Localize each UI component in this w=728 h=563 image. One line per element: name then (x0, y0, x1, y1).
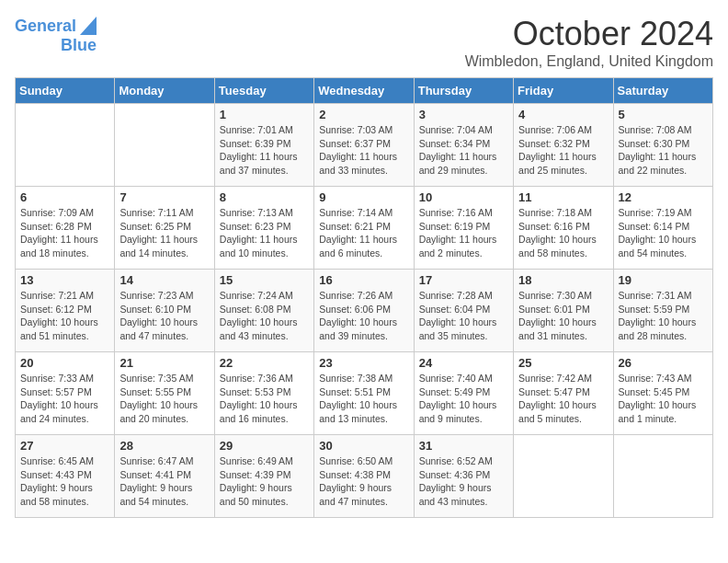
logo-text-line2: Blue (61, 37, 97, 55)
calendar-body: 1Sunrise: 7:01 AMSunset: 6:39 PMDaylight… (16, 104, 713, 518)
svg-marker-0 (80, 17, 97, 35)
day-number: 21 (119, 356, 209, 370)
calendar-cell: 8Sunrise: 7:13 AMSunset: 6:23 PMDaylight… (214, 187, 313, 270)
day-number: 8 (220, 190, 309, 204)
day-info: Sunrise: 7:19 AMSunset: 6:14 PMDaylight:… (619, 206, 708, 260)
column-header-wednesday: Wednesday (314, 78, 414, 104)
title-area: October 2024 Wimbledon, England, United … (465, 15, 713, 70)
day-number: 20 (20, 356, 109, 370)
day-number: 1 (220, 108, 309, 121)
day-number: 30 (319, 439, 408, 453)
day-number: 6 (20, 190, 109, 204)
day-info: Sunrise: 7:23 AMSunset: 6:10 PMDaylight:… (119, 289, 209, 343)
calendar-cell: 1Sunrise: 7:01 AMSunset: 6:39 PMDaylight… (214, 104, 313, 187)
calendar-cell: 17Sunrise: 7:28 AMSunset: 6:04 PMDayligh… (414, 270, 513, 352)
day-info: Sunrise: 7:18 AMSunset: 6:16 PMDaylight:… (518, 206, 608, 260)
location: Wimbledon, England, United Kingdom (465, 53, 713, 70)
day-number: 27 (20, 439, 109, 453)
calendar-cell: 24Sunrise: 7:40 AMSunset: 5:49 PMDayligh… (414, 352, 513, 435)
day-info: Sunrise: 7:28 AMSunset: 6:04 PMDaylight:… (419, 289, 508, 343)
calendar-cell: 23Sunrise: 7:38 AMSunset: 5:51 PMDayligh… (314, 352, 414, 435)
day-number: 28 (119, 439, 209, 453)
day-number: 31 (419, 439, 508, 453)
calendar-header: SundayMondayTuesdayWednesdayThursdayFrid… (16, 78, 713, 104)
calendar-cell: 12Sunrise: 7:19 AMSunset: 6:14 PMDayligh… (613, 187, 712, 270)
day-number: 26 (619, 356, 708, 370)
day-number: 24 (419, 356, 508, 370)
calendar-cell: 3Sunrise: 7:04 AMSunset: 6:34 PMDaylight… (414, 104, 513, 187)
logo-icon (80, 17, 97, 35)
calendar-week-4: 20Sunrise: 7:33 AMSunset: 5:57 PMDayligh… (16, 352, 713, 435)
day-info: Sunrise: 7:08 AMSunset: 6:30 PMDaylight:… (619, 123, 708, 178)
calendar-cell: 25Sunrise: 7:42 AMSunset: 5:47 PMDayligh… (514, 352, 613, 435)
calendar-week-5: 27Sunrise: 6:45 AMSunset: 4:43 PMDayligh… (16, 435, 713, 518)
column-header-monday: Monday (115, 78, 214, 104)
day-info: Sunrise: 7:03 AMSunset: 6:37 PMDaylight:… (319, 123, 408, 178)
day-number: 15 (220, 273, 309, 287)
day-number: 7 (119, 190, 209, 204)
calendar-cell: 9Sunrise: 7:14 AMSunset: 6:21 PMDaylight… (314, 187, 414, 270)
calendar-cell: 5Sunrise: 7:08 AMSunset: 6:30 PMDaylight… (613, 104, 712, 187)
day-info: Sunrise: 7:42 AMSunset: 5:47 PMDaylight:… (518, 372, 608, 426)
column-header-saturday: Saturday (613, 78, 712, 104)
day-info: Sunrise: 7:09 AMSunset: 6:28 PMDaylight:… (20, 206, 109, 260)
day-info: Sunrise: 7:33 AMSunset: 5:57 PMDaylight:… (20, 372, 109, 426)
calendar-cell: 20Sunrise: 7:33 AMSunset: 5:57 PMDayligh… (16, 352, 115, 435)
calendar-cell: 27Sunrise: 6:45 AMSunset: 4:43 PMDayligh… (16, 435, 115, 518)
calendar-week-1: 1Sunrise: 7:01 AMSunset: 6:39 PMDaylight… (16, 104, 713, 187)
calendar-cell: 13Sunrise: 7:21 AMSunset: 6:12 PMDayligh… (16, 270, 115, 352)
day-number: 13 (20, 273, 109, 287)
calendar-cell: 19Sunrise: 7:31 AMSunset: 5:59 PMDayligh… (613, 270, 712, 352)
day-info: Sunrise: 7:38 AMSunset: 5:51 PMDaylight:… (319, 372, 408, 426)
day-number: 19 (619, 273, 708, 287)
calendar-cell: 22Sunrise: 7:36 AMSunset: 5:53 PMDayligh… (214, 352, 313, 435)
day-number: 9 (319, 190, 408, 204)
calendar-week-2: 6Sunrise: 7:09 AMSunset: 6:28 PMDaylight… (16, 187, 713, 270)
day-info: Sunrise: 6:50 AMSunset: 4:38 PMDaylight:… (319, 454, 408, 509)
calendar-cell: 21Sunrise: 7:35 AMSunset: 5:55 PMDayligh… (115, 352, 214, 435)
day-info: Sunrise: 6:52 AMSunset: 4:36 PMDaylight:… (419, 454, 508, 509)
calendar-cell: 15Sunrise: 7:24 AMSunset: 6:08 PMDayligh… (214, 270, 313, 352)
day-info: Sunrise: 7:11 AMSunset: 6:25 PMDaylight:… (119, 206, 209, 260)
calendar-cell (514, 435, 613, 518)
month-title: October 2024 (465, 15, 713, 53)
day-info: Sunrise: 7:21 AMSunset: 6:12 PMDaylight:… (20, 289, 109, 343)
day-number: 29 (220, 439, 309, 453)
calendar-cell: 10Sunrise: 7:16 AMSunset: 6:19 PMDayligh… (414, 187, 513, 270)
header-row: SundayMondayTuesdayWednesdayThursdayFrid… (16, 78, 713, 104)
logo: General Blue (15, 15, 97, 55)
day-info: Sunrise: 7:13 AMSunset: 6:23 PMDaylight:… (220, 206, 309, 260)
day-info: Sunrise: 7:43 AMSunset: 5:45 PMDaylight:… (619, 372, 708, 426)
day-info: Sunrise: 7:30 AMSunset: 6:01 PMDaylight:… (518, 289, 608, 343)
calendar-cell (115, 104, 214, 187)
day-info: Sunrise: 7:36 AMSunset: 5:53 PMDaylight:… (220, 372, 309, 426)
day-info: Sunrise: 7:04 AMSunset: 6:34 PMDaylight:… (419, 123, 508, 178)
calendar-cell: 4Sunrise: 7:06 AMSunset: 6:32 PMDaylight… (514, 104, 613, 187)
day-info: Sunrise: 7:40 AMSunset: 5:49 PMDaylight:… (419, 372, 508, 426)
column-header-friday: Friday (514, 78, 613, 104)
day-number: 23 (319, 356, 408, 370)
calendar-cell: 29Sunrise: 6:49 AMSunset: 4:39 PMDayligh… (214, 435, 313, 518)
column-header-thursday: Thursday (414, 78, 513, 104)
column-header-tuesday: Tuesday (214, 78, 313, 104)
day-info: Sunrise: 7:01 AMSunset: 6:39 PMDaylight:… (220, 123, 309, 178)
day-number: 18 (518, 273, 608, 287)
calendar-cell: 30Sunrise: 6:50 AMSunset: 4:38 PMDayligh… (314, 435, 414, 518)
calendar-week-3: 13Sunrise: 7:21 AMSunset: 6:12 PMDayligh… (16, 270, 713, 352)
day-number: 11 (518, 190, 608, 204)
calendar-cell: 6Sunrise: 7:09 AMSunset: 6:28 PMDaylight… (16, 187, 115, 270)
logo-text-line1: General (15, 17, 76, 36)
day-number: 25 (518, 356, 608, 370)
calendar-cell: 26Sunrise: 7:43 AMSunset: 5:45 PMDayligh… (613, 352, 712, 435)
calendar-cell: 18Sunrise: 7:30 AMSunset: 6:01 PMDayligh… (514, 270, 613, 352)
column-header-sunday: Sunday (16, 78, 115, 104)
calendar-cell: 28Sunrise: 6:47 AMSunset: 4:41 PMDayligh… (115, 435, 214, 518)
calendar-cell: 16Sunrise: 7:26 AMSunset: 6:06 PMDayligh… (314, 270, 414, 352)
calendar-cell: 11Sunrise: 7:18 AMSunset: 6:16 PMDayligh… (514, 187, 613, 270)
day-number: 5 (619, 108, 708, 121)
day-number: 22 (220, 356, 309, 370)
calendar-cell: 31Sunrise: 6:52 AMSunset: 4:36 PMDayligh… (414, 435, 513, 518)
calendar-table: SundayMondayTuesdayWednesdayThursdayFrid… (15, 77, 713, 518)
day-number: 14 (119, 273, 209, 287)
day-info: Sunrise: 7:16 AMSunset: 6:19 PMDaylight:… (419, 206, 508, 260)
